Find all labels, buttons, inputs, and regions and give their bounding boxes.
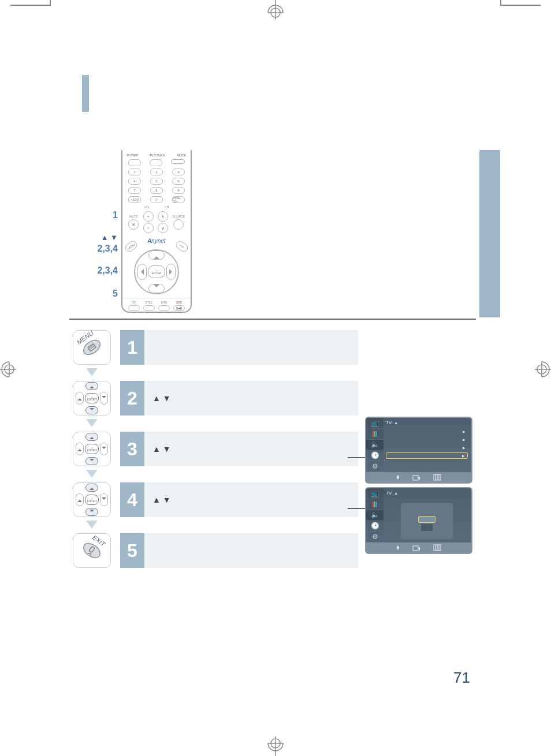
remote-label-ch: CH — [165, 205, 169, 209]
step-icon-menu: MENU — [73, 330, 111, 365]
osd-tab-icon: ⚙ — [366, 532, 384, 542]
osd-tab-icon: ⚙ — [366, 461, 384, 472]
step-row: ⏍ENTER 2 ▲ ▼ — [69, 381, 358, 432]
remote-label-power: POWER — [127, 154, 138, 157]
step-text: ▲ ▼ — [144, 432, 358, 466]
step-number-badge: 2 — [120, 381, 144, 416]
remote-control: POWER PLAYBACK MODE 123 456 789 +1000PRE… — [121, 150, 192, 313]
section-divider — [69, 319, 476, 320]
step-number-badge: 5 — [120, 533, 144, 568]
step-icon-dpad: ⏍ENTER — [73, 432, 111, 466]
registration-mark-top — [266, 0, 285, 20]
osd-tab-icon: 🕑 — [366, 450, 384, 461]
tv-button[interactable] — [128, 305, 140, 311]
callout-line — [348, 508, 365, 509]
osd-option-selected — [418, 516, 435, 523]
svg-point-3 — [271, 739, 280, 748]
step-number-badge: 1 — [120, 330, 144, 365]
step-row: MENU 1 — [69, 330, 358, 381]
osd-footer: ▲▼ — [366, 542, 471, 553]
mute-button[interactable]: ✕ — [128, 219, 139, 230]
step-text — [144, 330, 358, 365]
osd-row-selected: ▶ — [386, 452, 468, 459]
osd-tab-icon — [366, 429, 384, 440]
remote-callouts: 1 ▲ ▼ 2,3,4 2,3,4 5 — [80, 150, 120, 317]
mts-button[interactable] — [158, 305, 170, 311]
step-icon-exit: EXIT — [73, 533, 111, 568]
osd-footer: ▲▼ — [366, 472, 471, 482]
svg-rect-18 — [413, 476, 418, 480]
step-connector-icon — [86, 521, 98, 529]
registration-mark-left — [0, 360, 16, 379]
ch-up-button[interactable]: ∧ — [158, 211, 168, 222]
osd-tab-icon — [366, 499, 384, 510]
step-body: 2 ▲ ▼ — [120, 381, 358, 416]
step-number-badge: 3 — [120, 432, 144, 466]
step-number-badge: 4 — [120, 482, 144, 517]
still-button[interactable] — [143, 305, 155, 311]
registration-mark-right — [535, 360, 551, 379]
osd-tab-icon: 🕑 — [366, 521, 384, 532]
crop-marks-bottom — [0, 733, 551, 756]
remote-label-mode: MODE — [177, 154, 186, 157]
step-icon-dpad: ⏍ENTER — [73, 482, 111, 517]
heading-accent-bar — [82, 75, 89, 112]
svg-point-0 — [271, 8, 280, 17]
remote-label-vol: VOL — [144, 205, 150, 209]
osd-screenshot-1: 📺 🔈 🕑 ⚙ TV▲ ▶ ▶ ▶ ▶ ▲▼ — [365, 417, 472, 484]
section-tab — [479, 150, 500, 317]
callout-1: 1 — [113, 210, 118, 220]
srs-button[interactable]: ((●)) — [173, 305, 185, 311]
callout-234-b: 2,3,4 — [97, 265, 118, 276]
remote-diagram: 1 ▲ ▼ 2,3,4 2,3,4 5 POWER PLAYBACK MODE … — [80, 150, 195, 317]
vol-up-button[interactable]: + — [143, 211, 154, 222]
step-connector-icon — [86, 470, 98, 478]
osd-dialog — [401, 503, 453, 539]
step-body: 1 — [120, 330, 358, 365]
step-text: ▲ ▼ — [144, 482, 358, 517]
source-button[interactable] — [173, 219, 184, 230]
registration-mark-bottom — [266, 736, 285, 756]
remote-label-source: SOURCE — [173, 215, 185, 218]
step-icon-dpad: ⏍ENTER — [73, 381, 111, 416]
step-body: 3 ▲ ▼ — [120, 432, 358, 466]
step-text: ▲ ▼ — [144, 381, 358, 416]
osd-tab-icon: 📺 — [366, 488, 384, 499]
callout-5: 5 — [113, 289, 118, 299]
step-row: ⏍ENTER 4 ▲ ▼ — [69, 482, 358, 533]
step-body: 5 — [120, 533, 358, 568]
step-body: 4 ▲ ▼ — [120, 482, 358, 517]
callout-arrows: ▲ ▼ — [101, 233, 118, 242]
steps-list: MENU 1 ⏍ENTER 2 ▲ ▼ — [69, 330, 358, 568]
step-connector-icon — [86, 368, 98, 376]
osd-tab-icon-selected: 🔈 — [366, 510, 384, 521]
osd-screenshot-2: 📺 🔈 🕑 ⚙ TV▲ ▲▼ — [365, 487, 472, 554]
step-text — [144, 533, 358, 568]
callout-line — [348, 457, 365, 458]
osd-tab-icon-selected: 🔈 — [366, 440, 384, 451]
osd-tab-icon: 📺 — [366, 418, 384, 429]
ch-down-button[interactable]: ∨ — [158, 223, 168, 233]
crop-marks-top — [0, 0, 551, 23]
step-connector-icon — [86, 419, 98, 427]
remote-label-mute: MUTE — [129, 215, 137, 218]
step-row: EXIT 5 — [69, 533, 358, 568]
svg-rect-23 — [413, 546, 418, 551]
step-row: ⏍ENTER 3 ▲ ▼ — [69, 432, 358, 482]
page-number: 71 — [453, 669, 470, 687]
vol-down-button[interactable]: − — [143, 223, 154, 233]
osd-option — [421, 524, 433, 531]
osd-title: TV — [386, 420, 392, 425]
remote-label-playback: PLAYBACK — [150, 154, 165, 157]
enter-button[interactable]: ⏍ ENTER — [148, 265, 165, 278]
dpad[interactable]: ⏍ ENTER — [134, 249, 179, 294]
callout-234-a: 2,3,4 — [97, 244, 118, 254]
osd-title: TV — [386, 491, 392, 496]
